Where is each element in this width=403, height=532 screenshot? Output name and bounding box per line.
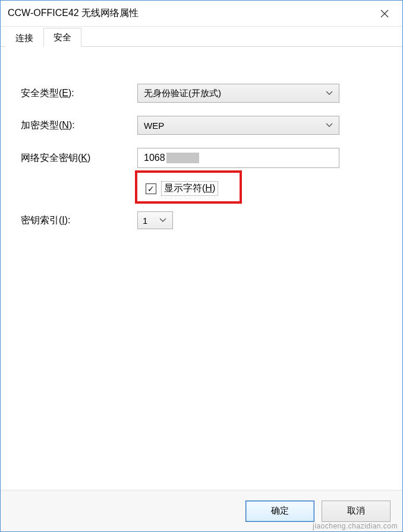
- titlebar: CCW-OFFICE42 无线网络属性: [1, 1, 402, 27]
- cancel-button[interactable]: 取消: [322, 501, 391, 522]
- chevron-down-icon: [159, 218, 166, 223]
- row-key-index: 密钥索引(I): 1: [21, 211, 382, 229]
- tab-bar: 连接 安全: [1, 27, 402, 47]
- label-encryption-type: 加密类型(N):: [21, 119, 137, 132]
- checkbox-show-characters-label: 显示字符(H): [161, 181, 218, 196]
- label-security-type: 安全类型(E):: [21, 87, 137, 100]
- ok-button[interactable]: 确定: [245, 501, 314, 522]
- input-network-key-masked: [166, 153, 199, 163]
- dialog-footer: 确定 取消: [1, 490, 402, 531]
- checkbox-box: ✓: [146, 183, 156, 194]
- select-security-type[interactable]: 无身份验证(开放式): [137, 84, 339, 103]
- close-icon: [380, 10, 389, 18]
- row-show-characters: ✓ 显示字符(H): [21, 181, 382, 196]
- row-encryption-type: 加密类型(N): WEP: [21, 116, 382, 135]
- dialog-window: CCW-OFFICE42 无线网络属性 连接 安全 安全类型(E): 无身份验证…: [0, 0, 403, 532]
- chevron-down-icon: [326, 123, 333, 128]
- input-network-key[interactable]: 1068: [137, 148, 339, 168]
- window-title: CCW-OFFICE42 无线网络属性: [8, 7, 367, 20]
- close-button[interactable]: [367, 1, 402, 27]
- tab-content-security: 安全类型(E): 无身份验证(开放式) 加密类型(N): WEP 网络安全密钥(…: [1, 47, 402, 490]
- select-key-index[interactable]: 1: [137, 211, 173, 229]
- chevron-down-icon: [326, 91, 333, 96]
- checkbox-show-characters[interactable]: ✓ 显示字符(H): [146, 181, 218, 196]
- tab-connection[interactable]: 连接: [5, 28, 43, 47]
- select-key-index-value: 1: [143, 216, 147, 226]
- select-encryption-type-value: WEP: [144, 121, 164, 131]
- select-encryption-type[interactable]: WEP: [137, 116, 339, 135]
- row-network-key: 网络安全密钥(K) 1068: [21, 148, 382, 168]
- row-security-type: 安全类型(E): 无身份验证(开放式): [21, 84, 382, 103]
- label-key-index: 密钥索引(I):: [21, 214, 137, 227]
- label-network-key: 网络安全密钥(K): [21, 152, 137, 164]
- select-security-type-value: 无身份验证(开放式): [144, 88, 221, 99]
- input-network-key-value: 1068: [144, 153, 165, 163]
- tab-security[interactable]: 安全: [43, 28, 81, 47]
